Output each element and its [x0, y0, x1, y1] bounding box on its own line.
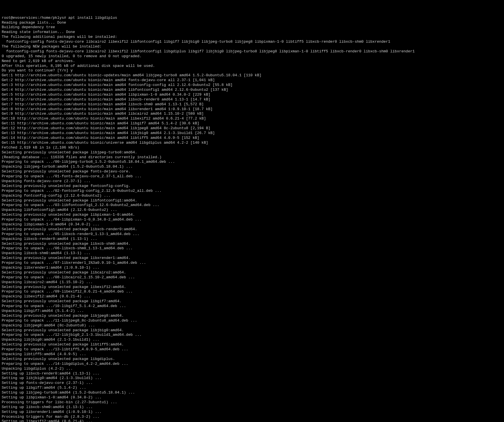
terminal-line: Need to get 2,619 kB of archives. — [2, 59, 502, 64]
terminal-line: Preparing to unpack .../13-libtiff5_4.0.… — [2, 347, 502, 352]
terminal-line: Setting up libjbig0:amd64 (2.1-3.1build1… — [2, 376, 502, 381]
terminal-line: Reading package lists... Done — [2, 20, 502, 25]
terminal-line: Setting up libjpeg-turbo8:amd64 (1.5.2-0… — [2, 390, 502, 395]
terminal-line: Preparing to unpack .../00-libjpeg-turbo… — [2, 160, 502, 164]
terminal-line: Unpacking libjpeg-turbo8:amd64 (1.5.2-0u… — [2, 164, 502, 169]
terminal-line: Get:6 http://archive.ubuntu.com/ubuntu b… — [2, 97, 502, 102]
terminal-line: Setting up libpixman-1-0:amd64 (0.34.0-2… — [2, 395, 502, 400]
terminal-line: Setting up libexif12:amd64 (0.6.21-4) ..… — [2, 419, 502, 422]
terminal-line: Unpacking libtiff5:amd64 (4.0.9-5) ... — [2, 352, 502, 357]
terminal-line: Do you want to continue? [Y/n] y — [2, 68, 502, 73]
terminal-line: Selecting previously unselected package … — [2, 242, 502, 246]
terminal-line: Fetched 2,619 kB in 1s (2,106 kB/s) — [2, 145, 502, 150]
terminal-line: Setting up libxrender1:amd64 (1:0.9.10-1… — [2, 410, 502, 415]
terminal-line: Unpacking libxcb-shm0:amd64 (1.13-1) ... — [2, 251, 502, 256]
terminal-line: Get:14 http://archive.ubuntu.com/ubuntu … — [2, 136, 502, 141]
terminal-line: Get:5 http://archive.ubuntu.com/ubuntu b… — [2, 92, 502, 97]
terminal-line: Get:13 http://archive.ubuntu.com/ubuntu … — [2, 131, 502, 136]
terminal-line: Selecting previously unselected package … — [2, 198, 502, 203]
terminal-line: Unpacking libfontconfig1:amd64 (2.12.6-0… — [2, 208, 502, 213]
terminal-line: After this operation, 8,195 kB of additi… — [2, 64, 502, 69]
terminal-line: Get:7 http://archive.ubuntu.com/ubuntu b… — [2, 102, 502, 107]
terminal-line: Preparing to unpack .../05-libxcb-render… — [2, 232, 502, 237]
terminal-line: Preparing to unpack .../09-libexif12_0.6… — [2, 289, 502, 294]
terminal-line: Get:4 http://archive.ubuntu.com/ubuntu b… — [2, 88, 502, 92]
terminal-line: Processing triggers for libc-bin (2.27-3… — [2, 400, 502, 405]
terminal-line: Unpacking fontconfig-config (2.12.6-0ubu… — [2, 193, 502, 198]
terminal-line: Selecting previously unselected package … — [2, 184, 502, 189]
terminal-line: Unpacking libgif7:amd64 (5.1.4-2) ... — [2, 309, 502, 314]
terminal-line: The following NEW packages will be insta… — [2, 44, 502, 49]
terminal-line: Selecting previously unselected package … — [2, 357, 502, 362]
terminal-line: Preparing to unpack .../04-libpixman-1-0… — [2, 217, 502, 222]
terminal-line: Unpacking fonts-dejavu-core (2.37-1) ... — [2, 179, 502, 184]
terminal-line: Unpacking libgdiplus (4.2-2) ... — [2, 367, 502, 371]
terminal-line: Selecting previously unselected package … — [2, 256, 502, 261]
terminal-line: Preparing to unpack .../14-libgdiplus_4.… — [2, 362, 502, 367]
terminal-line: Preparing to unpack .../08-libcairo2_1.1… — [2, 275, 502, 280]
terminal-line: Unpacking libjpeg8:amd64 (8c-2ubuntu8) .… — [2, 323, 502, 328]
terminal-line: Selecting previously unselected package … — [2, 169, 502, 174]
terminal-line: Get:1 http://archive.ubuntu.com/ubuntu b… — [2, 73, 502, 78]
terminal-line: Preparing to unpack .../11-libjpeg8_8c-2… — [2, 318, 502, 323]
terminal-line: Reading state information... Done — [2, 30, 502, 35]
terminal-line: Get:3 http://archive.ubuntu.com/ubuntu b… — [2, 83, 502, 88]
terminal-line: The following additional packages will b… — [2, 35, 502, 40]
terminal-line: Selecting previously unselected package … — [2, 213, 502, 217]
terminal-line: Unpacking libcairo2:amd64 (1.15.10-2) ..… — [2, 280, 502, 285]
terminal-line: Preparing to unpack .../10-libgif7_5.1.4… — [2, 304, 502, 309]
terminal-line: Setting up libxcb-shm0:amd64 (1.13-1) ..… — [2, 405, 502, 410]
terminal-line: Get:8 http://archive.ubuntu.com/ubuntu b… — [2, 107, 502, 112]
terminal-line: Preparing to unpack .../06-libxcb-shm0_1… — [2, 246, 502, 251]
terminal-line: Unpacking libxrender1:amd64 (1:0.9.10-1)… — [2, 265, 502, 270]
terminal-line: Selecting previously unselected package … — [2, 285, 502, 290]
terminal-line: Setting up libxcb-render0:amd64 (1.13-1)… — [2, 371, 502, 376]
terminal-line: fontconfig-config fonts-dejavu-core libc… — [2, 40, 502, 44]
terminal-line: Selecting previously unselected package … — [2, 328, 502, 333]
terminal-line: Get:11 http://archive.ubuntu.com/ubuntu … — [2, 121, 502, 126]
terminal-line: Preparing to unpack .../03-libfontconfig… — [2, 203, 502, 208]
terminal-line: Get:9 http://archive.ubuntu.com/ubuntu b… — [2, 112, 502, 116]
terminal-line: Preparing to unpack .../07-libxrender1_1… — [2, 261, 502, 265]
terminal-line: 0 upgraded, 15 newly installed, 0 to rem… — [2, 54, 502, 59]
terminal-line: Selecting previously unselected package … — [2, 342, 502, 347]
terminal-line: Processing triggers for man-db (2.8.3-2)… — [2, 415, 502, 419]
terminal-line: Get:12 http://archive.ubuntu.com/ubuntu … — [2, 126, 502, 131]
terminal-line: Get:10 http://archive.ubuntu.com/ubuntu … — [2, 116, 502, 121]
terminal-line: Building dependency tree — [2, 25, 502, 30]
terminal-line: Preparing to unpack .../02-fontconfig-co… — [2, 189, 502, 193]
terminal-line: fontconfig-config fonts-dejavu-core libc… — [2, 49, 502, 54]
terminal-line: Selecting previously unselected package … — [2, 299, 502, 304]
terminal-line: Unpacking libxcb-render0:amd64 (1.13-1) … — [2, 237, 502, 242]
terminal-line: (Reading database ... 116336 files and d… — [2, 155, 502, 160]
terminal-output[interactable]: root@evoservices:/home/pklys# apt instal… — [2, 16, 502, 422]
terminal-line: Setting up libgif7:amd64 (5.1.4-2) ... — [2, 386, 502, 390]
terminal-line: Get:2 http://archive.ubuntu.com/ubuntu b… — [2, 78, 502, 83]
terminal-line: root@evoservices:/home/pklys# apt instal… — [2, 16, 502, 20]
terminal-line: Preparing to unpack .../01-fonts-dejavu-… — [2, 174, 502, 179]
terminal-line: Selecting previously unselected package … — [2, 314, 502, 318]
terminal-line: Preparing to unpack .../12-libjbig0_2.1-… — [2, 333, 502, 337]
terminal-line: Selecting previously unselected package … — [2, 227, 502, 232]
terminal-line: Selecting previously unselected package … — [2, 150, 502, 155]
terminal-line: Unpacking libpixman-1-0:amd64 (0.34.0-2)… — [2, 222, 502, 227]
terminal-line: Unpacking libexif12:amd64 (0.6.21-4) ... — [2, 294, 502, 299]
terminal-line: Setting up fonts-dejavu-core (2.37-1) ..… — [2, 381, 502, 386]
terminal-line: Selecting previously unselected package … — [2, 270, 502, 275]
terminal-line: Unpacking libjbig0:amd64 (2.1-3.1build1)… — [2, 337, 502, 342]
terminal-line: Get:15 http://archive.ubuntu.com/ubuntu … — [2, 141, 502, 145]
